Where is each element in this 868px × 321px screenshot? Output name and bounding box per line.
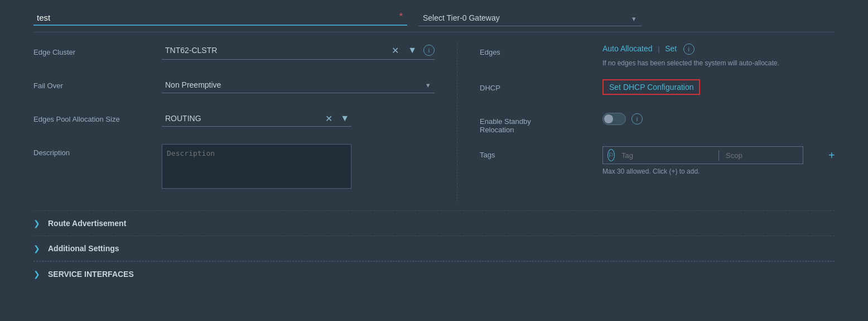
toggle-wrap: i xyxy=(602,113,835,125)
description-textarea[interactable] xyxy=(162,144,351,189)
additional-settings-chevron[interactable]: ❯ xyxy=(33,244,40,253)
failover-select[interactable]: Non Preemptive Preemptive xyxy=(162,77,351,93)
edges-auto-allocated-link[interactable]: Auto Allocated xyxy=(602,44,653,53)
left-panel: Edge Cluster TNT62-CLSTR ✕ ▼ i Fail Over xyxy=(33,44,457,202)
toggle-slider xyxy=(602,113,626,125)
tags-row: Tags ⚐ + Max 30 allowed. Click (+) to ad… xyxy=(480,146,835,175)
description-control xyxy=(162,144,435,190)
failover-select-wrap: Non Preemptive Preemptive xyxy=(162,77,435,93)
tags-hint: Max 30 allowed. Click (+) to add. xyxy=(602,167,835,175)
edges-info-text: If no edges has been selected the system… xyxy=(602,58,781,68)
service-interfaces-title[interactable]: SERVICE INTERFACES xyxy=(48,270,134,279)
fail-over-row: Fail Over Non Preemptive Preemptive xyxy=(33,77,435,99)
edges-info-btn[interactable]: i xyxy=(683,44,695,55)
edges-set-link[interactable]: Set xyxy=(665,44,677,53)
route-advertisement-chevron[interactable]: ❯ xyxy=(33,219,40,228)
tags-control: ⚐ + Max 30 allowed. Click (+) to add. xyxy=(602,146,835,175)
enable-standby-label-line2: Relocation xyxy=(480,126,514,134)
content-grid: Edge Cluster TNT62-CLSTR ✕ ▼ i Fail Over xyxy=(33,44,835,202)
edge-cluster-row: Edge Cluster TNT62-CLSTR ✕ ▼ i xyxy=(33,44,435,66)
tags-input-wrap: ⚐ + xyxy=(602,146,803,164)
additional-settings-title[interactable]: Additional Settings xyxy=(48,244,119,253)
edges-separator: | xyxy=(658,45,659,53)
edge-cluster-field: TNT62-CLSTR ✕ ▼ i xyxy=(162,44,435,60)
main-container: test * Select Tier-0 Gateway Edge Cluste… xyxy=(0,0,868,286)
pool-select-wrap: ROUTING ✕ ▼ xyxy=(162,111,351,127)
fail-over-label: Fail Over xyxy=(33,77,162,90)
description-row: Description xyxy=(33,144,435,190)
edges-pool-control: ROUTING ✕ ▼ xyxy=(162,111,435,127)
tag-icon: ⚐ xyxy=(607,149,615,161)
name-input-wrap: test * xyxy=(33,11,407,26)
enable-standby-row: Enable Standby Relocation i xyxy=(480,113,835,135)
edge-cluster-chevron-btn[interactable]: ▼ xyxy=(406,44,419,56)
tier0-select[interactable]: Select Tier-0 Gateway xyxy=(418,10,642,26)
edges-pool-row: Edges Pool Allocation Size ROUTING ✕ ▼ xyxy=(33,111,435,133)
service-interfaces-section: ❯ SERVICE INTERFACES xyxy=(33,261,835,286)
edges-pool-label: Edges Pool Allocation Size xyxy=(33,111,162,123)
description-label: Description xyxy=(33,144,162,157)
tags-label: Tags xyxy=(480,146,602,159)
route-advertisement-title[interactable]: Route Advertisement xyxy=(48,219,126,228)
edges-links: Auto Allocated | Set i xyxy=(602,44,835,55)
dhcp-label: DHCP xyxy=(480,79,602,92)
name-input[interactable]: test xyxy=(33,11,407,26)
dhcp-highlight-box: Set DHCP Configuration xyxy=(602,79,700,95)
top-row: test * Select Tier-0 Gateway xyxy=(33,10,835,32)
scope-input[interactable] xyxy=(722,150,823,161)
enable-standby-label: Enable Standby Relocation xyxy=(480,113,602,134)
standby-info-btn[interactable]: i xyxy=(631,113,643,124)
add-tag-btn[interactable]: + xyxy=(826,150,837,161)
edge-cluster-control: TNT62-CLSTR ✕ ▼ i xyxy=(162,44,435,60)
edges-control: Auto Allocated | Set i If no edges has b… xyxy=(602,44,835,68)
dhcp-set-link[interactable]: Set DHCP Configuration xyxy=(609,83,693,92)
edge-cluster-info-btn[interactable]: i xyxy=(423,45,435,56)
service-interfaces-chevron[interactable]: ❯ xyxy=(33,270,40,279)
edges-row: Edges Auto Allocated | Set i If no edges… xyxy=(480,44,835,68)
edge-cluster-value: TNT62-CLSTR xyxy=(162,44,385,57)
route-advertisement-section: ❯ Route Advertisement xyxy=(33,211,835,236)
dhcp-control: Set DHCP Configuration xyxy=(602,79,835,95)
edge-cluster-label: Edge Cluster xyxy=(33,44,162,56)
fail-over-control: Non Preemptive Preemptive xyxy=(162,77,435,93)
edges-label: Edges xyxy=(480,44,602,56)
dhcp-row: DHCP Set DHCP Configuration xyxy=(480,79,835,102)
enable-standby-label-line1: Enable Standby xyxy=(480,117,531,126)
pool-clear-btn[interactable]: ✕ xyxy=(323,112,335,125)
tag-input[interactable] xyxy=(618,150,719,161)
pool-chevron-btn[interactable]: ▼ xyxy=(338,112,351,124)
tier0-select-wrap: Select Tier-0 Gateway xyxy=(418,10,642,26)
enable-standby-control: i xyxy=(602,113,835,125)
pool-select-value: ROUTING xyxy=(162,111,320,126)
edge-cluster-clear-btn[interactable]: ✕ xyxy=(389,44,401,57)
right-panel: Edges Auto Allocated | Set i If no edges… xyxy=(457,44,835,202)
additional-settings-section: ❯ Additional Settings xyxy=(33,236,835,261)
required-star: * xyxy=(399,12,403,22)
tier0-select-wrapper: Select Tier-0 Gateway xyxy=(418,10,642,26)
standby-toggle[interactable] xyxy=(602,113,626,125)
